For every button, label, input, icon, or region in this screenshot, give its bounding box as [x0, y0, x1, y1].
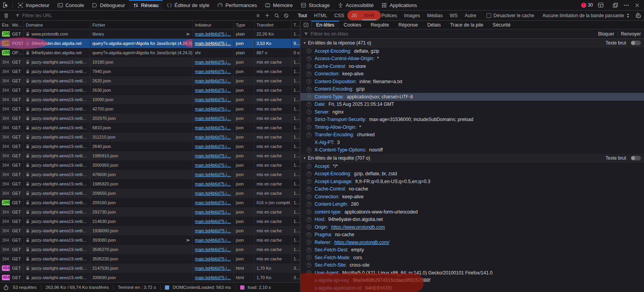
tab-applications[interactable]: Applications [377, 0, 421, 10]
help-icon[interactable]: ? [306, 187, 311, 192]
request-row[interactable]: 200GETwww.protondb.comlibrarymain.bd4b6d… [0, 29, 300, 39]
initiator-link[interactable]: main.bd4b6d75.j… [195, 32, 231, 36]
header-row[interactable]: ?Accept-Language:fr,fr-FR;q=0.8,en-US;q=… [301, 178, 644, 185]
request-row[interactable]: 304GETjazzy-starlight-aeea19.netli…19858… [0, 151, 300, 160]
header-row[interactable]: ?content-type:application/x-www-form-url… [301, 208, 644, 216]
settings-gear-icon[interactable] [633, 11, 642, 20]
resend-button[interactable]: Renvoyer [621, 31, 641, 37]
request-row[interactable]: 304GETjazzy-starlight-aeea19.netli…20297… [0, 114, 300, 123]
header-value-link[interactable]: https://www.protondb.com/ [334, 240, 389, 245]
help-icon[interactable]: ? [306, 224, 311, 230]
tab-stockage[interactable]: Stockage [297, 0, 334, 10]
help-icon[interactable]: ? [306, 171, 311, 176]
initiator-link[interactable]: main.bd4b6d75.j… [195, 266, 231, 271]
column-header[interactable]: T… [292, 21, 300, 29]
initiator-link[interactable]: main.bd4b6d75.j… [195, 163, 231, 167]
tab-d-bogueur[interactable]: Débogueur [88, 0, 129, 10]
filter-html[interactable]: HTML [310, 12, 331, 19]
headers-filter-input[interactable]: Filtrer les en-têtes [304, 31, 598, 37]
header-row[interactable]: ?Content-Type:application/json; charset=… [301, 93, 644, 101]
filter-tout[interactable]: Tout [294, 12, 311, 19]
help-icon[interactable]: ? [306, 164, 311, 169]
request-row[interactable]: 304GETjazzy-starlight-aeea19.netli…7940.… [0, 67, 300, 76]
request-row[interactable]: 304GETjazzy-starlight-aeea19.netli…35952… [0, 245, 300, 254]
request-row[interactable]: 304GETjazzy-starlight-aeea19.netli…42700… [0, 104, 300, 114]
help-icon[interactable]: ? [306, 94, 311, 99]
request-row[interactable]: 304GETjazzy-starlight-aeea19.netli…6810.… [0, 123, 300, 132]
filter-css[interactable]: CSS [331, 12, 348, 19]
header-row[interactable]: ?Date:Fri, 15 Aug 2025 21:05:14 GMT [301, 101, 644, 109]
header-row[interactable]: X-Alg-PT:3 [301, 139, 644, 146]
help-icon[interactable]: ? [306, 125, 311, 130]
header-row[interactable]: ?Timing-Allow-Origin:* [301, 123, 644, 131]
request-row[interactable]: 404GETjazzy-starlight-aeea19.netli…33969… [0, 273, 300, 282]
initiator-link[interactable]: main.bd4b6d75.j… [195, 135, 231, 139]
header-row[interactable]: ?Sec-Fetch-Site:cross-site [301, 262, 644, 269]
stopwatch-icon[interactable] [2, 283, 9, 292]
header-row[interactable]: ?X-Content-Type-Options:nosniff [301, 146, 644, 154]
url-filter-input[interactable]: Filtrer les URL [13, 13, 253, 18]
initiator-link[interactable]: main.bd4b6d75.j… [195, 182, 231, 186]
filter-polices[interactable]: Polices [378, 12, 400, 19]
help-icon[interactable]: ? [306, 64, 311, 69]
request-row[interactable]: 304GETjazzy-starlight-aeea19.netli…21463… [0, 217, 300, 226]
help-icon[interactable]: ? [306, 202, 311, 207]
initiator-link[interactable]: main.bd4b6d75.j… [195, 238, 231, 242]
filter-autre[interactable]: Autre [461, 12, 480, 19]
request-row[interactable]: 200POST94he6yatei-dsn.algolia.netquery?x… [0, 39, 300, 48]
clear-requests-icon[interactable] [2, 11, 11, 20]
dock-window-icon[interactable] [610, 0, 620, 10]
initiator-link[interactable]: main.bd4b6d75.j… [195, 191, 231, 196]
header-row[interactable]: ?Origin:https://www.protondb.com [301, 223, 644, 231]
help-icon[interactable]: ? [306, 179, 311, 184]
block-icon[interactable] [281, 11, 291, 20]
header-row[interactable]: ?Host:94he6yatei-dsn.algolia.net [301, 216, 644, 224]
request-row[interactable]: 304GETjazzy-starlight-aeea19.netli…2640.… [0, 142, 300, 151]
filter-xhr[interactable]: XHR [361, 12, 378, 19]
column-header[interactable]: Initiateur [193, 21, 234, 29]
initiator-link[interactable]: main.bd4b6d75.j… [195, 69, 231, 74]
initiator-link[interactable]: main.bd4b6d75.j… [195, 107, 231, 111]
request-row[interactable]: 304GETjazzy-starlight-aeea19.netli…31121… [0, 132, 300, 142]
initiator-link[interactable]: main.bd4b6d75.j… [195, 97, 231, 102]
help-icon[interactable]: ? [306, 102, 311, 107]
help-icon[interactable]: ? [306, 109, 311, 114]
column-header[interactable]: Mé… [10, 21, 24, 29]
initiator-link[interactable]: main.bd4b6d75.j… [195, 78, 231, 83]
initiator-link[interactable]: main.bd4b6d75.j… [195, 116, 231, 121]
initiator-link[interactable]: main.bd4b6d75.j… [195, 144, 231, 149]
header-row[interactable]: x-algolia-api-key:9ba0e69fb2974316cdaec8… [301, 277, 644, 285]
header-row[interactable]: ?Cache-Control:no-cache [301, 185, 644, 193]
help-icon[interactable]: ? [306, 71, 311, 77]
details-tab-s-curit-[interactable]: Sécurité [488, 21, 515, 29]
header-row[interactable]: ?User-Agent:Mozilla/5.0 (X11; Linux x86_… [301, 269, 644, 277]
header-row[interactable]: ?Sec-Fetch-Dest:empty [301, 246, 644, 254]
request-row[interactable]: 304GETjazzy-starlight-aeea19.netli…10180… [0, 57, 300, 67]
initiator-link[interactable]: main.bd4b6d75.j… [195, 247, 231, 252]
request-row[interactable]: 304GETjazzy-starlight-aeea19.netli…39308… [0, 235, 300, 245]
pick-element-button[interactable] [0, 0, 12, 10]
initiator-link[interactable]: main.bd4b6d75.j… [195, 153, 231, 158]
header-row[interactable]: ?Strict-Transport-Security:max-age=31536… [301, 116, 644, 124]
help-icon[interactable]: ? [306, 56, 311, 61]
details-tab-cookies[interactable]: Cookies [339, 21, 366, 29]
initiator-link[interactable]: main.bd4b6d75.j… [195, 256, 231, 261]
column-header[interactable]: Fichier [90, 21, 193, 29]
request-row[interactable]: 304GETjazzy-starlight-aeea19.netli…2620.… [0, 76, 300, 85]
section-header[interactable]: ▾En-têtes de la requête (707 o)Texte bru… [301, 154, 644, 162]
request-row[interactable]: 304GETjazzy-starlight-aeea19.netli…10090… [0, 95, 300, 104]
details-tab-r-ponse[interactable]: Réponse [394, 21, 423, 29]
details-tab-d-lais[interactable]: Délais [423, 21, 446, 29]
help-icon[interactable]: ? [306, 87, 311, 92]
request-row[interactable]: 304GETjazzy-starlight-aeea19.netli…19380… [0, 226, 300, 235]
help-icon[interactable]: ? [306, 48, 311, 53]
request-row[interactable]: 304GETjazzy-starlight-aeea19.netli…19858… [0, 179, 300, 189]
header-row[interactable]: ?Content-Disposition:inline; filename=a.… [301, 78, 644, 85]
request-row[interactable]: 304GETjazzy-starlight-aeea19.netli…20009… [0, 160, 300, 170]
request-row[interactable]: 304GETjazzy-starlight-aeea19.netli…2630.… [0, 85, 300, 95]
help-icon[interactable]: ? [306, 255, 311, 260]
raw-text-toggle[interactable] [631, 41, 641, 45]
initiator-link[interactable]: main.bd4b6d75.j… [195, 41, 231, 46]
tab-console[interactable]: Console [53, 0, 88, 10]
column-header[interactable]: Éta [0, 21, 10, 29]
